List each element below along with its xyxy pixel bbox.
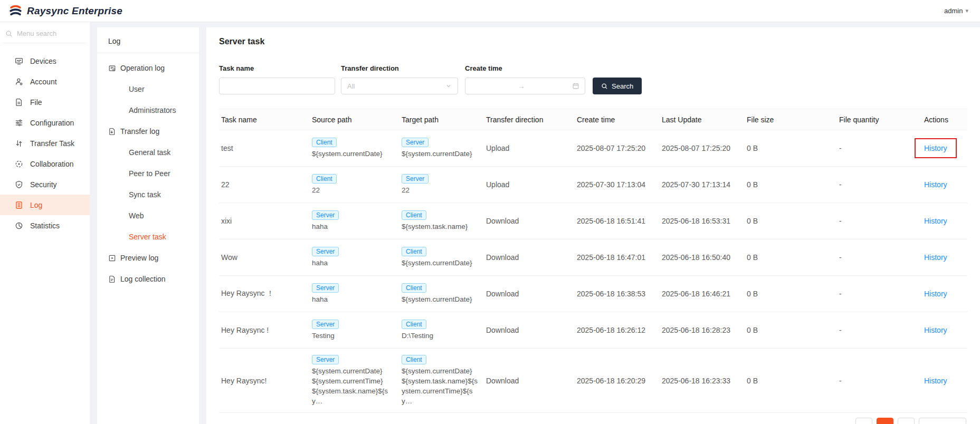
source-path: 22 [312,185,392,195]
sidebar-item-configuration[interactable]: Configuration [0,112,90,133]
task-name-cell: Hey Raysync ! [219,312,310,349]
sidebar-item-devices[interactable]: Devices [0,51,90,71]
source-tag-badge: Server [312,355,339,364]
file-size-cell: 0 B [745,349,837,413]
file-size-cell: 0 B [745,276,837,312]
submenu-item-user[interactable]: User [97,79,199,100]
topbar: Raysync Enterprise admin ▾ [0,0,980,22]
pagination-page-size-select[interactable] [919,418,966,424]
column-header-task-name: Task name [219,109,310,130]
menu-search-input[interactable] [17,30,75,37]
target-path-cell: Client ${system.currentDate} [399,239,484,276]
create-time-range-picker[interactable]: → [465,78,585,94]
history-link[interactable]: History [924,253,947,262]
task-name-label: Task name [219,64,335,72]
create-time-cell: 2025-06-18 16:47:01 [575,239,660,276]
table-row: Wow Server haha Client ${system.currentD… [219,239,967,276]
pagination-next-button[interactable] [898,418,915,424]
task-name-cell: Wow [219,239,310,276]
last-update-cell: 2025-08-07 17:25:20 [660,130,745,167]
submenu-item-label: Administrators [129,106,176,114]
target-path: 22 [402,185,479,195]
history-link[interactable]: History [924,180,947,189]
history-link[interactable]: History [924,377,947,385]
brand-logo: Raysync Enterprise [8,5,122,17]
target-path-cell: Server ${system.currentDate} [399,130,484,167]
submenu-item-web[interactable]: Web [97,205,199,226]
history-link[interactable]: History [924,217,947,225]
submenu-item-label: Sync task [129,190,161,199]
left-sidebar: Devices Account [0,22,90,424]
target-tag-badge: Server [402,138,429,147]
sidebar-item-label: Devices [30,57,56,65]
menu-search[interactable] [2,22,87,43]
sidebar-item-file[interactable]: File [0,92,90,112]
submenu-item-label: Peer to Peer [129,169,170,178]
pagination-prev-button[interactable] [855,418,872,424]
submenu-item-sync-task[interactable]: Sync task [97,184,199,205]
table-row: 22 Client 22 Server 22 Upload 2025-07-30… [219,167,967,203]
pagination-current-page-button[interactable] [877,418,893,424]
user-menu[interactable]: admin ▾ [944,7,968,15]
log-icon [15,201,23,209]
sidebar-item-security[interactable]: Security [0,174,90,195]
sidebar-item-collaboration[interactable]: Collaboration [0,153,90,174]
submenu-item-peer-to-peer[interactable]: Peer to Peer [97,163,199,184]
transfer-log-icon [108,128,116,136]
source-tag-badge: Server [312,283,339,293]
transfer-direction-select[interactable]: All [341,78,458,94]
submenu-item-label: Operation log [120,64,165,72]
search-icon [5,30,13,37]
file-quantity-cell: - [837,203,922,239]
history-link[interactable]: History [924,290,947,298]
sidebar-item-log[interactable]: Log [0,195,90,215]
target-tag-badge: Client [402,320,426,329]
submenu-title: Log [97,27,199,53]
raysync-logo-icon [8,5,23,17]
target-path-cell: Client ${system.task.name} [399,203,484,239]
column-header-target-path: Target path [399,109,484,130]
direction-cell: Download [484,349,575,413]
submenu-item-log-collection[interactable]: Log collection [97,268,199,290]
submenu-item-label: User [129,85,145,93]
history-link[interactable]: History [924,144,947,152]
sidebar-item-account[interactable]: Account [0,71,90,92]
search-button[interactable]: Search [593,78,642,94]
submenu-item-operation-log[interactable]: Operation log [97,57,199,79]
source-path: Testing [312,331,392,341]
last-update-cell: 2025-06-18 16:23:33 [660,349,745,413]
collaboration-icon [15,160,23,168]
file-size-cell: 0 B [745,203,837,239]
sidebar-item-statistics[interactable]: Statistics [0,215,90,236]
last-update-cell: 2025-07-30 17:13:14 [660,167,745,203]
sidebar-item-transfer-task[interactable]: Transfer Task [0,133,90,153]
username: admin [944,7,963,15]
transfer-direction-value: All [347,82,355,90]
operation-log-icon [108,64,116,72]
column-header-create-time: Create time [575,109,660,130]
source-path: ${system.currentDate} [312,149,392,159]
sidebar-item-label: Collaboration [30,160,74,168]
submenu-item-label: Server task [129,233,166,241]
submenu-item-general-task[interactable]: General task [97,142,199,163]
create-time-cell: 2025-06-18 16:51:41 [575,203,660,239]
configuration-icon [15,119,23,127]
date-range-arrow: → [471,82,572,90]
chevron-down-icon [445,83,452,89]
source-path-cell: Server haha [310,276,399,312]
history-link[interactable]: History [924,326,947,334]
column-header-source-path: Source path [310,109,399,130]
source-path-cell: Server ${system.currentDate}${system.cur… [310,349,399,413]
task-name-input[interactable] [220,78,335,94]
file-size-cell: 0 B [745,312,837,349]
file-quantity-cell: - [837,130,922,167]
target-tag-badge: Client [402,355,426,364]
submenu-item-preview-log[interactable]: Preview log [97,247,199,268]
submenu-item-administrators[interactable]: Administrators [97,100,199,121]
target-path-cell: Server 22 [399,167,484,203]
file-quantity-cell: - [837,276,922,312]
submenu-item-transfer-log[interactable]: Transfer log [97,121,199,142]
source-path: ${system.currentDate}${system.currentTim… [312,366,392,406]
submenu-item-server-task[interactable]: Server task [97,226,199,247]
source-tag-badge: Server [312,247,339,256]
